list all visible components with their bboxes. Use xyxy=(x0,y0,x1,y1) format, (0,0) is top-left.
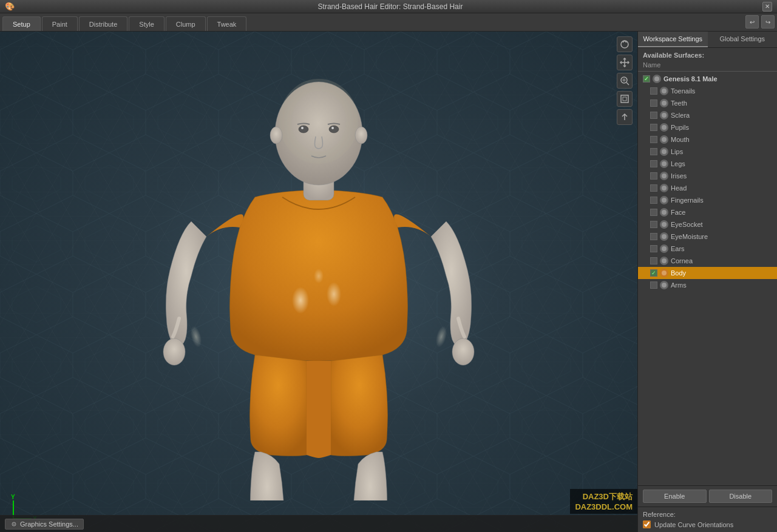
item-icon xyxy=(660,220,668,229)
tab-paint[interactable]: Paint xyxy=(42,16,78,31)
item-icon xyxy=(660,99,668,107)
item-label: EyeSocket xyxy=(671,221,703,228)
list-item[interactable]: Ears xyxy=(638,243,777,255)
item-icon xyxy=(660,147,668,156)
list-item[interactable]: Lips xyxy=(638,146,777,158)
item-icon xyxy=(660,87,668,95)
list-item[interactable]: Sclera xyxy=(638,109,777,121)
svg-point-14 xyxy=(329,126,339,133)
panel-bottom: Enable Disable xyxy=(638,485,777,507)
svg-point-15 xyxy=(301,127,304,129)
list-item[interactable]: EyeMoisture xyxy=(638,231,777,243)
viewport[interactable]: X Y Graphics Settings... DAZ3D下载站 DAZ3DD… xyxy=(0,32,637,532)
rotate-tool[interactable] xyxy=(617,36,633,52)
list-item[interactable]: Irises xyxy=(638,170,777,182)
list-item[interactable]: Pupils xyxy=(638,121,777,133)
tab-tweak[interactable]: Tweak xyxy=(207,16,247,31)
item-checkbox-body[interactable] xyxy=(650,269,657,277)
item-checkbox[interactable] xyxy=(650,257,657,264)
svg-text:Y: Y xyxy=(11,494,15,500)
list-item[interactable]: Face xyxy=(638,206,777,218)
item-checkbox[interactable] xyxy=(650,87,657,95)
watermark: DAZ3D下载站 DAZ3DDL.COM xyxy=(570,489,637,514)
item-checkbox[interactable] xyxy=(650,245,657,252)
svg-point-19 xyxy=(189,325,204,348)
svg-point-6 xyxy=(327,282,341,306)
titlebar-close-button[interactable]: ✕ xyxy=(762,2,772,12)
list-item[interactable]: Head xyxy=(638,182,777,194)
svg-point-18 xyxy=(355,127,367,144)
settings-icon xyxy=(10,520,18,528)
watermark-line2: DAZ3DDL.COM xyxy=(575,502,633,511)
item-checkbox[interactable] xyxy=(650,221,657,228)
item-checkbox[interactable] xyxy=(650,136,657,143)
tab-setup[interactable]: Setup xyxy=(2,16,41,31)
item-icon xyxy=(660,160,668,168)
item-label: Pupils xyxy=(671,124,689,131)
redo-button[interactable]: ↪ xyxy=(761,15,775,29)
item-checkbox[interactable] xyxy=(650,172,657,180)
svg-line-23 xyxy=(626,82,629,85)
svg-point-4 xyxy=(452,338,474,365)
item-checkbox[interactable] xyxy=(650,184,657,192)
graphics-settings-button[interactable]: Graphics Settings... xyxy=(5,519,84,530)
list-item[interactable]: EyeSocket xyxy=(638,218,777,231)
item-icon xyxy=(660,257,668,265)
reference-section: Reference: Update Curve Orientations xyxy=(638,507,777,532)
item-checkbox[interactable] xyxy=(650,99,657,107)
item-checkbox[interactable] xyxy=(650,281,657,289)
fit-tool[interactable] xyxy=(617,91,633,107)
item-checkbox[interactable] xyxy=(650,209,657,216)
watermark-line1: DAZ3D下载站 xyxy=(575,491,633,502)
name-column-label: Name xyxy=(643,61,660,69)
name-header: Name xyxy=(638,60,777,72)
svg-point-7 xyxy=(314,269,324,283)
list-item[interactable]: Fingernails xyxy=(638,194,777,206)
list-item[interactable]: Toenails xyxy=(638,85,777,97)
parent-checkbox[interactable] xyxy=(643,75,650,82)
svg-point-21 xyxy=(621,41,628,48)
update-curve-text: Update Curve Orientations xyxy=(654,521,733,528)
item-icon xyxy=(660,232,668,241)
item-checkbox[interactable] xyxy=(650,160,657,167)
item-label: Toenails xyxy=(671,87,695,95)
item-checkbox[interactable] xyxy=(650,124,657,131)
tab-clump[interactable]: Clump xyxy=(166,16,206,31)
item-label: Sclera xyxy=(671,112,690,119)
svg-point-3 xyxy=(163,338,185,365)
disable-button[interactable]: Disable xyxy=(709,490,773,503)
surfaces-list[interactable]: Genesis 8.1 Male Toenails Teeth Sclera xyxy=(638,72,777,485)
item-label: Head xyxy=(671,184,687,192)
item-label: Arms xyxy=(671,281,687,289)
item-checkbox[interactable] xyxy=(650,233,657,240)
enable-button[interactable]: Enable xyxy=(643,490,707,503)
undo-button[interactable]: ↩ xyxy=(745,15,759,29)
tab-global-settings[interactable]: Global Settings xyxy=(708,32,778,47)
list-item[interactable]: Cornea xyxy=(638,255,777,267)
zoom-tool[interactable] xyxy=(617,73,633,89)
item-checkbox[interactable] xyxy=(650,197,657,204)
update-curve-label[interactable]: Update Curve Orientations xyxy=(643,520,772,528)
surface-item-parent[interactable]: Genesis 8.1 Male xyxy=(638,73,777,85)
item-label: EyeMoisture xyxy=(671,233,708,240)
item-icon xyxy=(660,196,668,204)
up-tool[interactable] xyxy=(617,109,633,125)
item-label: Irises xyxy=(671,172,687,180)
list-item[interactable]: Legs xyxy=(638,158,777,170)
tab-distribute[interactable]: Distribute xyxy=(79,16,127,31)
tab-workspace-settings[interactable]: Workspace Settings xyxy=(638,32,708,47)
svg-point-17 xyxy=(270,127,282,144)
app-icon: 🎨 xyxy=(5,2,15,11)
list-item[interactable]: Teeth xyxy=(638,97,777,109)
item-checkbox[interactable] xyxy=(650,148,657,155)
item-label: Cornea xyxy=(671,257,693,264)
titlebar-title: Strand-Based Hair Editor: Strand-Based H… xyxy=(318,2,463,11)
list-item-body[interactable]: Body xyxy=(638,267,777,279)
list-item[interactable]: Arms xyxy=(638,279,777,291)
pan-tool[interactable] xyxy=(617,55,633,70)
update-curve-checkbox[interactable] xyxy=(643,520,651,528)
list-item[interactable]: Mouth xyxy=(638,133,777,146)
tab-style[interactable]: Style xyxy=(129,16,164,31)
item-checkbox[interactable] xyxy=(650,112,657,119)
item-label: Face xyxy=(671,209,685,216)
